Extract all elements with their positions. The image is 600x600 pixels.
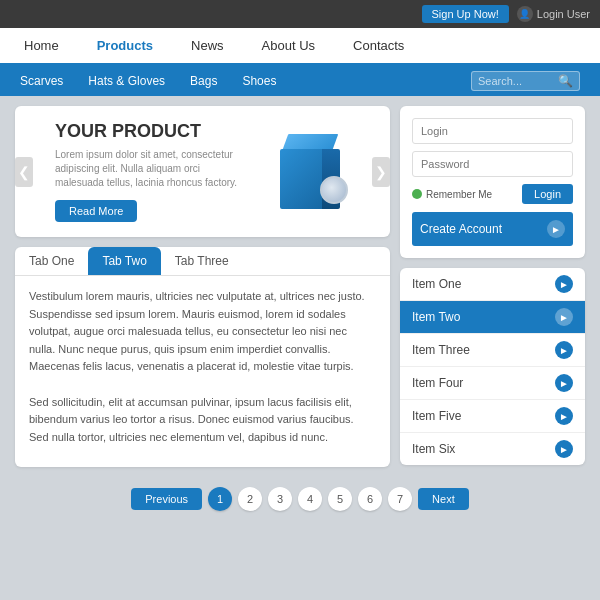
password-field[interactable] — [412, 151, 573, 177]
user-icon: 👤 — [517, 6, 533, 22]
page-3[interactable]: 3 — [268, 487, 292, 511]
remember-me[interactable]: Remember Me — [412, 189, 492, 200]
main-content: ❮ YOUR PRODUCT Lorem ipsum dolor sit ame… — [0, 96, 600, 477]
list-item-six-label: Item Six — [412, 442, 455, 456]
next-button[interactable]: Next — [418, 488, 469, 510]
list-item-four-arrow: ► — [555, 374, 573, 392]
search-area: 🔍 — [471, 71, 580, 91]
slider-next-arrow[interactable]: ❯ — [372, 157, 390, 187]
list-item-three-label: Item Three — [412, 343, 470, 357]
list-item-three-arrow: ► — [555, 341, 573, 359]
search-input[interactable] — [478, 75, 558, 87]
tabs-section: Tab One Tab Two Tab Three Vestibulum lor… — [15, 247, 390, 467]
slider-text: YOUR PRODUCT Lorem ipsum dolor sit amet,… — [55, 121, 245, 222]
subnav-bags[interactable]: Bags — [190, 74, 217, 88]
page-7[interactable]: 7 — [388, 487, 412, 511]
list-item-five-label: Item Five — [412, 409, 461, 423]
prev-button[interactable]: Previous — [131, 488, 202, 510]
list-item-six[interactable]: Item Six ► — [400, 433, 585, 465]
create-account-button[interactable]: Create Account ► — [412, 212, 573, 246]
left-panel: ❮ YOUR PRODUCT Lorem ipsum dolor sit ame… — [15, 106, 390, 467]
page-6[interactable]: 6 — [358, 487, 382, 511]
tab-one-button[interactable]: Tab One — [15, 247, 88, 275]
product-image — [260, 132, 350, 212]
list-item-three[interactable]: Item Three ► — [400, 334, 585, 367]
remember-dot — [412, 189, 422, 199]
login-user[interactable]: 👤 Login User — [517, 6, 590, 22]
login-user-label: Login User — [537, 8, 590, 20]
page-2[interactable]: 2 — [238, 487, 262, 511]
subnav-scarves[interactable]: Scarves — [20, 74, 63, 88]
page-4[interactable]: 4 — [298, 487, 322, 511]
slider-description: Lorem ipsum dolor sit amet, consectetur … — [55, 148, 245, 190]
create-account-label: Create Account — [420, 222, 502, 236]
disc — [320, 176, 348, 204]
list-item-one-arrow: ► — [555, 275, 573, 293]
list-item-five[interactable]: Item Five ► — [400, 400, 585, 433]
slider: ❮ YOUR PRODUCT Lorem ipsum dolor sit ame… — [15, 106, 390, 237]
slider-content: YOUR PRODUCT Lorem ipsum dolor sit amet,… — [30, 121, 375, 222]
list-item-one[interactable]: Item One ► — [400, 268, 585, 301]
slider-title: YOUR PRODUCT — [55, 121, 245, 142]
subnav-hats[interactable]: Hats & Gloves — [88, 74, 165, 88]
top-bar: Sign Up Now! 👤 Login User — [0, 0, 600, 28]
search-icon: 🔍 — [558, 74, 573, 88]
list-item-six-arrow: ► — [555, 440, 573, 458]
slider-prev-arrow[interactable]: ❮ — [15, 157, 33, 187]
nav-item-about[interactable]: About Us — [258, 28, 319, 66]
nav-item-products[interactable]: Products — [93, 28, 157, 66]
search-box[interactable]: 🔍 — [471, 71, 580, 91]
login-box: Remember Me Login Create Account ► — [400, 106, 585, 258]
right-panel: Remember Me Login Create Account ► Item … — [400, 106, 585, 467]
create-account-arrow: ► — [547, 220, 565, 238]
page-5[interactable]: 5 — [328, 487, 352, 511]
subnav-shoes[interactable]: Shoes — [242, 74, 276, 88]
login-button[interactable]: Login — [522, 184, 573, 204]
pagination: Previous 1 2 3 4 5 6 7 Next — [0, 477, 600, 521]
nav-item-news[interactable]: News — [187, 28, 228, 66]
list-item-two[interactable]: Item Two ► — [400, 301, 585, 334]
nav-item-contacts[interactable]: Contacts — [349, 28, 408, 66]
list-item-two-label: Item Two — [412, 310, 460, 324]
read-more-button[interactable]: Read More — [55, 200, 137, 222]
nav-bar: Home Products News About Us Contacts — [0, 28, 600, 66]
remember-label: Remember Me — [426, 189, 492, 200]
signup-button[interactable]: Sign Up Now! — [422, 5, 509, 23]
login-field[interactable] — [412, 118, 573, 144]
list-item-four-label: Item Four — [412, 376, 463, 390]
list-item-four[interactable]: Item Four ► — [400, 367, 585, 400]
page-1[interactable]: 1 — [208, 487, 232, 511]
tab-three-button[interactable]: Tab Three — [161, 247, 243, 275]
login-row: Remember Me Login — [412, 184, 573, 204]
nav-item-home[interactable]: Home — [20, 28, 63, 66]
list-item-two-arrow: ► — [555, 308, 573, 326]
list-item-five-arrow: ► — [555, 407, 573, 425]
tab-content: Vestibulum lorem mauris, ultricies nec v… — [15, 276, 390, 458]
tab-two-button[interactable]: Tab Two — [88, 247, 160, 275]
sub-nav: Scarves Hats & Gloves Bags Shoes 🔍 — [0, 66, 600, 96]
list-item-one-label: Item One — [412, 277, 461, 291]
list-box: Item One ► Item Two ► Item Three ► Item … — [400, 268, 585, 465]
product-box — [270, 134, 340, 209]
tabs-header: Tab One Tab Two Tab Three — [15, 247, 390, 276]
